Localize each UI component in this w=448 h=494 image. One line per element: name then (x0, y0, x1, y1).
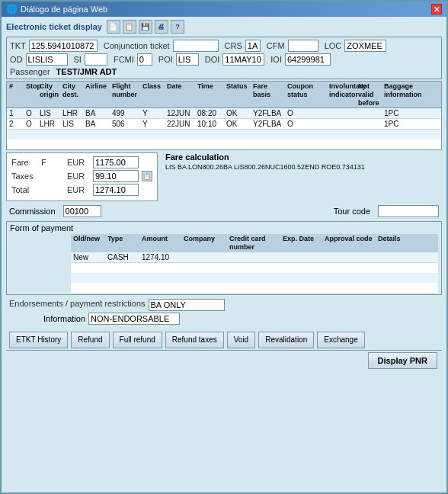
th-class: Class (142, 82, 166, 107)
th-stop: # (8, 82, 25, 107)
td-time2: 10:10 (197, 120, 226, 128)
tkt-value-field[interactable]: 125.5941010872 (29, 40, 98, 52)
td-baggage: 1PC (383, 109, 412, 117)
td-involuntary2 (328, 120, 357, 128)
taxes-value-field[interactable]: 99.10 (93, 170, 139, 182)
td-status2: OK (226, 120, 252, 128)
crs-label: CRS (225, 41, 242, 50)
th-coupon: Coupon status (286, 82, 328, 107)
refund-taxes-button[interactable]: Refund taxes (165, 332, 224, 348)
close-button[interactable]: ✕ (431, 4, 442, 14)
payment-form-label: Form of payment (10, 223, 73, 233)
tour-value-field[interactable] (378, 205, 439, 217)
td-city-orig: LIS (39, 109, 62, 117)
revalidation-button[interactable]: Revalidation (258, 332, 314, 348)
od-label: OD (10, 55, 23, 64)
poi-value-field[interactable]: LIS (176, 53, 199, 66)
void-button[interactable]: Void (227, 332, 255, 348)
display-pnr-button[interactable]: Display PNR (368, 352, 437, 369)
calc-icon[interactable]: 📋 (142, 171, 152, 181)
action-buttons: ETKT History Refund Full refund Refund t… (6, 329, 442, 350)
fare-left-panel: Fare F EUR 1175.00 Taxes EUR 99.10 📋 Tot… (6, 152, 158, 201)
payment-th-amount: Amount (141, 235, 183, 252)
td-fare-basis: Y2FLBA (252, 109, 286, 117)
passenger-label: Passenger (10, 67, 50, 76)
fare-label: Fare (11, 158, 38, 167)
td-airline2: BA (85, 120, 111, 128)
payment-th-type: Type (107, 235, 141, 252)
th-city-dest: City dest. (62, 82, 85, 107)
conjunction-value-field[interactable] (173, 40, 219, 52)
total-row: Total EUR 1274.10 (11, 184, 152, 196)
th-flight: Flight number (111, 82, 142, 107)
fare-value-field[interactable]: 1175.00 (93, 156, 139, 168)
exchange-button[interactable]: Exchange (317, 332, 364, 348)
fare-code: F (41, 158, 64, 167)
total-value-field[interactable]: 1274.10 (93, 184, 139, 196)
endorsements-section: Endorsements / payment restrictions BA O… (6, 297, 442, 326)
loc-value-field[interactable]: ZOXMEE (344, 40, 386, 52)
th-city-origin: City origin (39, 82, 62, 107)
icon-help[interactable]: ? (171, 20, 184, 34)
icon-document1[interactable]: 📄 (107, 20, 120, 34)
info-value-field[interactable]: NON-ENDORSABLE (88, 313, 180, 325)
payment-section: Form of payment Old/new Type Amount Comp… (6, 221, 442, 295)
fare-row: Fare F EUR 1175.00 (11, 156, 152, 168)
flight-table: # Stop City origin City dest. Airline Fl… (6, 81, 442, 150)
payment-th-details: Details (377, 235, 419, 252)
commission-value-field[interactable]: 00100 (63, 205, 101, 217)
doi-value-field[interactable]: 11MAY10 (222, 53, 264, 66)
payment-details (377, 253, 419, 261)
th-fare-basis: Fare basis (252, 82, 286, 107)
od-value-field[interactable]: LISLIS (26, 53, 68, 66)
td-city-dst2: LIS (62, 120, 85, 128)
fare-section: Fare F EUR 1175.00 Taxes EUR 99.10 📋 Tot… (6, 152, 442, 201)
poi-label: POI (158, 55, 173, 64)
table-row: 1 O LIS LHR BA 499 Y 12JUN 08:20 OK Y2FL… (7, 108, 441, 119)
td-fare-basis2: Y2FLBA (252, 120, 286, 128)
icon-document2[interactable]: 📋 (123, 20, 136, 34)
refund-button[interactable]: Refund (71, 332, 109, 348)
page-title-row: Electronic ticket display 📄 📋 💾 🖨 ? (6, 20, 442, 34)
td-date2: 22JUN (166, 120, 197, 128)
bottom-bar: Display PNR (6, 350, 442, 370)
passenger-value: TEST/JMR ADT (56, 67, 117, 76)
td-involuntary (328, 109, 357, 117)
title-bar: 🌐 Diálogo de página Web ✕ (2, 2, 446, 17)
td-city-dst: LHR (62, 109, 85, 117)
ioi-value-field[interactable]: 64299981 (285, 53, 331, 66)
payment-th-approval: Approval code (324, 235, 377, 252)
th-stop2: Stop (25, 82, 39, 107)
td-city-orig2: LHR (39, 120, 62, 128)
td-not-before2 (357, 120, 383, 128)
window-title: Diálogo de página Web (21, 5, 107, 14)
fcmi-label: FCMI (114, 55, 134, 64)
content-area: Electronic ticket display 📄 📋 💾 🖨 ? TKT … (2, 17, 446, 492)
full-refund-button[interactable]: Full refund (113, 332, 162, 348)
total-currency: EUR (67, 185, 90, 194)
conjunction-label: Conjunction ticket (104, 41, 170, 50)
td-flight2: 506 (111, 120, 142, 128)
payment-row-empty3 (71, 283, 438, 293)
payment-approval (324, 253, 377, 261)
td-flight: 499 (111, 109, 142, 117)
window-icon: 🌐 (6, 4, 18, 14)
taxes-row: Taxes EUR 99.10 📋 (11, 170, 152, 182)
icon-print[interactable]: 🖨 (155, 20, 168, 34)
information-row: Information NON-ENDORSABLE (9, 313, 439, 325)
cfm-value-field[interactable] (288, 40, 318, 52)
fare-calc-title: Fare calculation (165, 152, 442, 162)
endorsements-value-field[interactable]: BA ONLY (149, 299, 225, 311)
endorsements-row: Endorsements / payment restrictions BA O… (9, 299, 439, 311)
etkt-history-button[interactable]: ETKT History (9, 332, 68, 348)
fcmi-value-field[interactable]: 0 (137, 53, 152, 66)
crs-value-field[interactable]: 1A (245, 40, 261, 52)
si-value-field[interactable] (85, 53, 107, 66)
taxes-currency: EUR (67, 172, 90, 181)
payment-amount: 1274.10 (141, 253, 183, 261)
icon-save[interactable]: 💾 (139, 20, 152, 34)
tour-label: Tour code (334, 207, 370, 216)
top-info-section: TKT 125.5941010872 Conjunction ticket CR… (6, 37, 442, 79)
td-coupon2: O (286, 120, 328, 128)
td-coupon: O (286, 109, 328, 117)
